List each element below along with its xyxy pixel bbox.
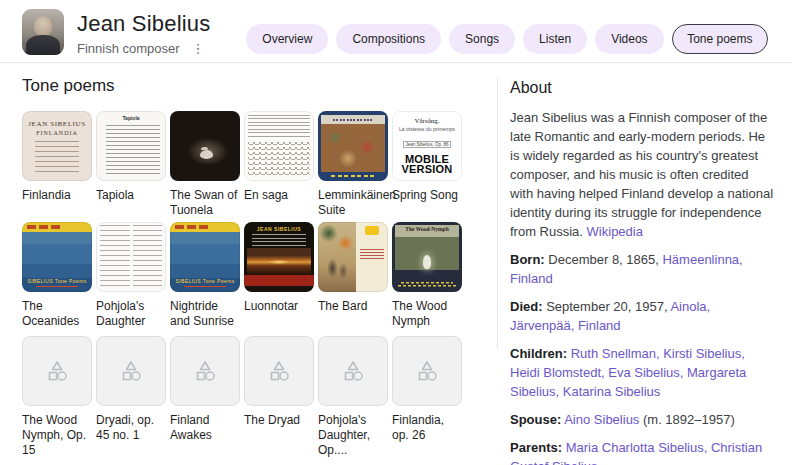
album-title[interactable]: The Bard bbox=[318, 299, 388, 314]
tile-border bbox=[170, 111, 240, 181]
album-item-finlandia[interactable]: JEAN SIBELIUSFINLANDIAFinlandia bbox=[22, 111, 92, 222]
album-title[interactable]: The Swan of Tuonela bbox=[170, 188, 240, 218]
fact-row-children: Children: Ruth Snellman, Kirsti Sibelius… bbox=[510, 344, 774, 401]
albums-row: JEAN SIBELIUSFINLANDIAFinlandiaTapiolaTa… bbox=[22, 111, 462, 222]
cover-text: Vårsång. bbox=[392, 117, 462, 125]
fact-label: Died: bbox=[510, 299, 543, 314]
tab-songs[interactable]: Songs bbox=[449, 24, 515, 54]
tile-border bbox=[392, 222, 462, 292]
album-cover[interactable] bbox=[244, 336, 314, 406]
cover-text: VERSION bbox=[392, 164, 462, 174]
album-item-pohjola-s-daughter-op[interactable]: Pohjola's Daughter, Op.... bbox=[318, 336, 388, 458]
media-placeholder-icon bbox=[119, 360, 143, 382]
fact-text: December 8, 1865, bbox=[548, 252, 662, 267]
fact-link[interactable]: Aino Sibelius bbox=[564, 412, 639, 427]
album-item-lemmink-inen-suite[interactable]: Lemminkäinen Suite bbox=[318, 111, 388, 222]
album-cover[interactable] bbox=[22, 336, 92, 406]
tab-tone-poems[interactable]: Tone poems bbox=[672, 24, 768, 54]
album-title[interactable]: Finlandia, op. 26 bbox=[392, 413, 462, 443]
album-title[interactable]: The Oceanides bbox=[22, 299, 92, 329]
media-placeholder-icon bbox=[45, 360, 69, 382]
album-cover[interactable]: Tapiola bbox=[96, 111, 166, 181]
album-title[interactable]: Spring Song bbox=[392, 188, 462, 203]
about-description-text: Jean Sibelius was a Finnish composer of … bbox=[510, 110, 773, 239]
fact-row-parents: Parents: Maria Charlotta Sibelius, Chris… bbox=[510, 438, 774, 465]
cover-text: SIBELIUS Tone Poems bbox=[22, 278, 92, 284]
album-title[interactable]: Finlandia bbox=[22, 188, 92, 203]
album-title[interactable]: Finland Awakes bbox=[170, 413, 240, 443]
album-cover[interactable] bbox=[170, 336, 240, 406]
knowledge-panel-page: Jean Sibelius Finnish composer ⋮ Overvie… bbox=[0, 0, 792, 465]
tab-listen[interactable]: Listen bbox=[523, 24, 587, 54]
album-cover[interactable]: SIBELIUS Tone Poems bbox=[22, 222, 92, 292]
tile-border bbox=[318, 222, 388, 292]
more-options-icon[interactable]: ⋮ bbox=[190, 42, 207, 55]
entity-photo[interactable] bbox=[22, 9, 64, 55]
album-item-nightride-and-sunrise[interactable]: SIBELIUS Tone PoemsNightride and Sunrise bbox=[170, 222, 240, 336]
album-item-finland-awakes[interactable]: Finland Awakes bbox=[170, 336, 240, 458]
album-cover[interactable]: The Wood-Nymph bbox=[392, 222, 462, 292]
album-cover[interactable] bbox=[96, 222, 166, 292]
album-title[interactable]: Pohjola's Daughter, Op.... bbox=[318, 413, 388, 458]
album-cover[interactable] bbox=[392, 336, 462, 406]
album-cover[interactable] bbox=[170, 111, 240, 181]
wikipedia-link[interactable]: Wikipedia bbox=[587, 224, 643, 239]
section-title: Tone poems bbox=[22, 76, 462, 96]
fact-label: Born: bbox=[510, 252, 545, 267]
tab-overview[interactable]: Overview bbox=[246, 24, 328, 54]
cover-text: JEAN SIBELIUS bbox=[244, 226, 314, 232]
album-item-dryadi-op-45-no-1[interactable]: Dryadi, op. 45 no. 1 bbox=[96, 336, 166, 458]
tab-compositions[interactable]: Compositions bbox=[336, 24, 441, 54]
album-item-the-oceanides[interactable]: SIBELIUS Tone PoemsThe Oceanides bbox=[22, 222, 92, 336]
album-title[interactable]: The Wood Nymph bbox=[392, 299, 462, 329]
album-title[interactable]: The Wood Nymph, Op. 15 bbox=[22, 413, 92, 458]
tab-bar: OverviewCompositionsSongsListenVideosTon… bbox=[246, 24, 768, 54]
album-cover[interactable]: JEAN SIBELIUS bbox=[244, 222, 314, 292]
main-content: Tone poems JEAN SIBELIUSFINLANDIAFinland… bbox=[0, 63, 792, 465]
album-item-en-saga[interactable]: En saga bbox=[244, 111, 314, 222]
album-item-the-bard[interactable]: The Bard bbox=[318, 222, 388, 336]
album-title[interactable]: Tapiola bbox=[96, 188, 166, 203]
album-item-the-wood-nymph-op-15[interactable]: The Wood Nymph, Op. 15 bbox=[22, 336, 92, 458]
album-cover[interactable]: JEAN SIBELIUSFINLANDIA bbox=[22, 111, 92, 181]
cover-text: Jean Sibelius, Op. 86 bbox=[403, 141, 452, 148]
tile-border bbox=[96, 222, 166, 292]
entity-header: Jean Sibelius Finnish composer ⋮ Overvie… bbox=[0, 0, 792, 62]
tile-border bbox=[318, 111, 388, 181]
album-item-luonnotar[interactable]: JEAN SIBELIUSLuonnotar bbox=[244, 222, 314, 336]
vertical-divider bbox=[497, 77, 498, 349]
album-title[interactable]: Lemminkäinen Suite bbox=[318, 188, 388, 218]
album-item-the-dryad[interactable]: The Dryad bbox=[244, 336, 314, 458]
album-title[interactable]: Luonnotar bbox=[244, 299, 314, 314]
album-item-the-wood-nymph[interactable]: The Wood-NymphThe Wood Nymph bbox=[392, 222, 462, 336]
album-title[interactable]: En saga bbox=[244, 188, 314, 203]
albums-row: SIBELIUS Tone PoemsThe OceanidesPohjola'… bbox=[22, 222, 462, 336]
album-item-pohjola-s-daughter[interactable]: Pohjola's Daughter bbox=[96, 222, 166, 336]
album-cover[interactable] bbox=[318, 111, 388, 181]
page-title: Jean Sibelius bbox=[77, 11, 210, 37]
fact-text: September 20, 1957, bbox=[546, 299, 670, 314]
album-item-spring-song[interactable]: Vårsång.La tristesse du printempsJean Si… bbox=[392, 111, 462, 222]
album-item-tapiola[interactable]: TapiolaTapiola bbox=[96, 111, 166, 222]
album-item-finlandia-op-26[interactable]: Finlandia, op. 26 bbox=[392, 336, 462, 458]
album-cover[interactable]: Vårsång.La tristesse du printempsJean Si… bbox=[392, 111, 462, 181]
album-title[interactable]: Dryadi, op. 45 no. 1 bbox=[96, 413, 166, 443]
album-cover[interactable] bbox=[318, 336, 388, 406]
media-placeholder-icon bbox=[415, 360, 439, 382]
album-cover[interactable] bbox=[318, 222, 388, 292]
media-placeholder-icon bbox=[193, 360, 217, 382]
album-cover[interactable] bbox=[96, 336, 166, 406]
tile-border bbox=[96, 111, 166, 181]
album-title[interactable]: The Dryad bbox=[244, 413, 314, 428]
tab-videos[interactable]: Videos bbox=[595, 24, 663, 54]
albums-row: The Wood Nymph, Op. 15Dryadi, op. 45 no.… bbox=[22, 336, 462, 458]
cover-text: La tristesse du printemps bbox=[392, 126, 462, 132]
fact-row-born: Born: December 8, 1865, Hämeenlinna, Fin… bbox=[510, 250, 774, 288]
album-item-the-swan-of-tuonela[interactable]: The Swan of Tuonela bbox=[170, 111, 240, 222]
tile-border bbox=[244, 111, 314, 181]
album-title[interactable]: Pohjola's Daughter bbox=[96, 299, 166, 329]
cover-text: FINLANDIA bbox=[22, 130, 92, 136]
album-title[interactable]: Nightride and Sunrise bbox=[170, 299, 240, 329]
album-cover[interactable]: SIBELIUS Tone Poems bbox=[170, 222, 240, 292]
album-cover[interactable] bbox=[244, 111, 314, 181]
